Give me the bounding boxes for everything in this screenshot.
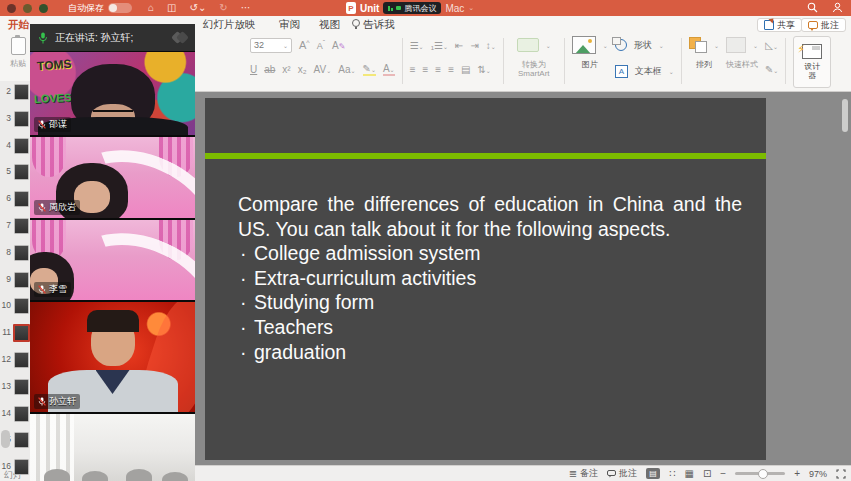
decrease-font-icon[interactable]: Aˇ (317, 39, 325, 51)
comments-button[interactable]: 批注 (801, 18, 846, 32)
account-icon[interactable] (832, 2, 843, 13)
slide-thumbnail[interactable]: 9 (0, 271, 30, 298)
lightbulb-icon (352, 19, 360, 27)
slide-bullet: ·graduation (238, 340, 742, 365)
notes-button[interactable]: ≣备注 (569, 467, 598, 480)
speaking-banner: 正在讲话: 孙立轩; (30, 24, 195, 51)
tab-tell-me[interactable]: 告诉我 (352, 18, 395, 32)
thumbnail-scrollbar[interactable] (1, 430, 10, 448)
slide-thumbnail[interactable]: 5 (0, 163, 30, 190)
participant-video[interactable]: 周欣岩 (30, 137, 195, 218)
font-size-select[interactable]: 32⌄ (250, 38, 292, 53)
zoom-slider[interactable] (735, 472, 785, 475)
meeting-menubar-chip[interactable]: 腾讯会议 (383, 2, 441, 14)
tab-home[interactable]: 开始 (8, 18, 29, 32)
arrange-group[interactable]: ⌄ 排列 (689, 36, 719, 88)
slide-thumbnail[interactable]: 10 (0, 297, 30, 324)
slide-thumbnail[interactable]: 16 (0, 458, 30, 481)
editor-scrollbar[interactable] (842, 99, 848, 132)
camera-icon (396, 6, 401, 10)
fit-to-window-icon[interactable] (836, 469, 846, 479)
slide-text-block[interactable]: Compare the differences of education in … (238, 192, 742, 364)
zoom-out-button[interactable]: − (720, 468, 726, 479)
slide-thumbnail[interactable]: 12 (0, 351, 30, 378)
undo-icon[interactable]: ↺⌄ (190, 0, 207, 16)
line-spacing-icon[interactable]: ↕⌄ (486, 40, 496, 51)
superscript-icon[interactable]: x² (282, 64, 290, 75)
autosave-toggle[interactable] (108, 3, 132, 13)
columns-icon[interactable]: ▤ (461, 64, 470, 75)
tab-view[interactable]: 视图 (319, 18, 340, 32)
slide-thumbnail[interactable]: 4 (0, 137, 30, 164)
align-left-icon[interactable]: ≡ (410, 64, 416, 75)
justify-icon[interactable]: ≡ (448, 64, 454, 75)
search-icon[interactable] (807, 2, 818, 13)
slide-thumbnail-selected[interactable]: 11 (0, 324, 30, 351)
graffiti-text: TOMS (37, 57, 72, 73)
character-spacing-icon[interactable]: AV⌄ (314, 64, 332, 75)
participant-video[interactable] (30, 414, 195, 481)
chevron-down-icon[interactable]: ⌄ (468, 4, 474, 12)
font-group: 32⌄ A^ Aˇ A✎ U ab x² x₂ AV⌄ Aa⌄ ✎⌄ A⌄ (250, 36, 395, 88)
more-icon[interactable]: ⋯ (241, 0, 251, 16)
paste-button[interactable]: 粘贴 (5, 37, 31, 69)
zoom-slider-thumb[interactable] (758, 469, 768, 479)
slide-thumbnail[interactable]: 7 (0, 217, 30, 244)
slide-thumbnail[interactable]: 13 (0, 378, 30, 405)
shapes-button[interactable]: 形状⌄ (615, 36, 674, 54)
text-direction-icon[interactable]: ⇅⌄ (477, 64, 490, 75)
strikethrough-icon[interactable]: ab (264, 64, 275, 75)
slideshow-view-button[interactable]: ⊡ (703, 468, 711, 479)
bullets-icon[interactable]: ☰⌄ (410, 40, 424, 51)
minimize-window-button[interactable] (23, 4, 32, 13)
designer-button[interactable]: ⚡ 设计器 (793, 36, 831, 88)
shape-fill-icon[interactable]: ◺⌄ (765, 40, 778, 51)
home-icon[interactable]: ⌂ (148, 0, 154, 16)
save-icon[interactable]: ◫ (167, 0, 176, 16)
increase-indent-icon[interactable]: ⇥ (470, 40, 478, 51)
designer-label: 设计器 (801, 62, 823, 80)
comments-toggle-button[interactable]: 批注 (607, 467, 637, 480)
underline-icon[interactable]: U (250, 64, 257, 75)
ceiling-lamp (148, 414, 158, 432)
zoom-in-button[interactable]: + (794, 468, 800, 479)
fullscreen-window-button[interactable] (39, 4, 48, 13)
textbox-button[interactable]: A 文本框⌄ (615, 62, 674, 80)
slide-thumbnail[interactable]: 6 (0, 190, 30, 217)
share-icon (764, 20, 774, 30)
picture-group[interactable]: ⌄ 图片 (572, 36, 608, 88)
increase-font-icon[interactable]: A^ (299, 39, 310, 51)
participant-video[interactable]: TOMS LOVES 邵谋 (30, 52, 195, 135)
tab-review[interactable]: 审阅 (279, 18, 300, 32)
speaking-text: 正在讲话: 孙立轩; (55, 31, 133, 45)
align-right-icon[interactable]: ≡ (435, 64, 441, 75)
decrease-indent-icon[interactable]: ⇤ (455, 40, 463, 51)
slide-sorter-view-button[interactable]: ∷ (669, 468, 675, 479)
share-button[interactable]: 共享 (757, 18, 802, 32)
normal-view-button[interactable]: ▤ (646, 468, 660, 479)
tab-slideshow[interactable]: 幻灯片放映 (203, 18, 256, 32)
clear-formatting-icon[interactable]: A✎ (332, 40, 345, 51)
change-case-icon[interactable]: Aa⌄ (338, 64, 355, 75)
reading-view-button[interactable]: ▦ (684, 468, 693, 479)
shapes-icon (615, 39, 627, 51)
redo-icon[interactable]: ↻ (219, 0, 227, 16)
close-window-button[interactable] (7, 4, 16, 13)
shape-outline-icon[interactable]: ✎⌄ (765, 64, 778, 75)
highlight-color-icon[interactable]: ✎⌄ (363, 63, 376, 76)
slide-thumbnail[interactable]: 8 (0, 244, 30, 271)
participant-name-badge: 李雪 (34, 282, 71, 297)
align-center-icon[interactable]: ≡ (422, 64, 428, 75)
smartart-group[interactable]: ⌄ 转换为 SmartArt (511, 36, 557, 88)
slide-thumbnail[interactable]: 3 (0, 110, 30, 137)
participant-video[interactable]: 李雪 (30, 220, 195, 300)
subscript-icon[interactable]: x₂ (298, 64, 307, 75)
slide-canvas[interactable]: Compare the differences of education in … (205, 98, 766, 460)
font-color-icon[interactable]: A⌄ (383, 63, 395, 76)
participant-video[interactable]: 孙立轩 (30, 302, 195, 412)
quick-styles-group[interactable]: ⌄ 快速样式 (726, 36, 758, 88)
numbering-icon[interactable]: ₁☰⌄ (431, 40, 448, 51)
slide-thumbnail[interactable]: 14 (0, 405, 30, 432)
slide-thumbnail[interactable]: 2 (0, 83, 30, 110)
title-suffix: Mac (445, 3, 464, 14)
